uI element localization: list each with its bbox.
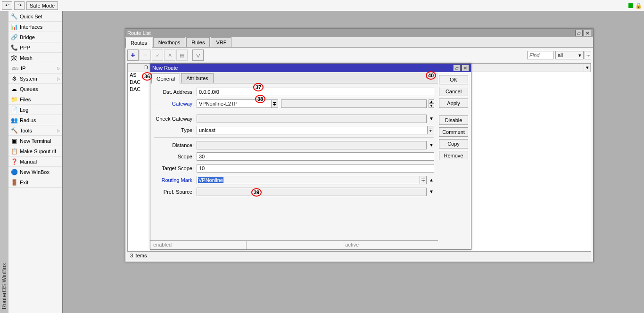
- disable-button[interactable]: ✕: [164, 49, 175, 61]
- terminal-icon: ▣: [10, 137, 18, 145]
- sidebar-item-manual[interactable]: ❓Manual: [8, 156, 62, 167]
- routing-mark-dropdown[interactable]: ∓: [420, 176, 427, 184]
- header-dropdown[interactable]: ▾: [584, 64, 590, 71]
- chevron-right-icon: ▷: [57, 66, 60, 71]
- apply-button[interactable]: Apply: [439, 99, 468, 108]
- sidebar-item-exit[interactable]: 🚪Exit: [8, 177, 62, 188]
- dst-label: Dst. Address:: [154, 89, 197, 95]
- target-scope-input[interactable]: [197, 164, 434, 173]
- sidebar-item-files[interactable]: 📁Files: [8, 94, 62, 105]
- app-title: RouterOS WinBox: [1, 259, 8, 313]
- gateway-status-input[interactable]: [281, 99, 427, 108]
- distance-input[interactable]: [197, 141, 427, 149]
- sidebar-item-supout[interactable]: 📋Make Supout.rif: [8, 146, 62, 156]
- gateway-down-button[interactable]: ▼: [429, 104, 434, 108]
- routing-mark-label: Routing Mark:: [154, 177, 197, 183]
- comment-button[interactable]: ▤: [176, 49, 188, 61]
- tab-nexthops[interactable]: Nexthops: [153, 37, 185, 47]
- system-icon: ⚙: [10, 75, 18, 82]
- sidebar-item-mesh[interactable]: 🕸Mesh: [8, 53, 62, 63]
- remove-button[interactable]: Remove: [439, 151, 468, 160]
- gateway-input[interactable]: [197, 99, 272, 108]
- distance-expand[interactable]: ▼: [429, 142, 434, 148]
- minimize-button[interactable]: ▱: [453, 65, 461, 71]
- queues-icon: ☁: [10, 85, 18, 93]
- status-enabled: enabled: [150, 241, 247, 249]
- add-button[interactable]: +: [127, 49, 139, 61]
- minimize-button[interactable]: ▱: [575, 30, 583, 36]
- gateway-dropdown[interactable]: ∓: [272, 99, 278, 108]
- filter-extra-dropdown[interactable]: ∓: [585, 51, 591, 59]
- copy-button[interactable]: Copy: [439, 139, 468, 148]
- sidebar-item-ppp[interactable]: 📞PPP: [8, 42, 62, 53]
- quickset-icon: 🔧: [10, 13, 18, 20]
- close-button[interactable]: ✕: [584, 30, 591, 36]
- find-input[interactable]: [527, 51, 553, 59]
- comment-button[interactable]: Comment: [439, 127, 468, 137]
- scope-input[interactable]: [197, 152, 434, 161]
- route-list-footer: 3 items: [127, 251, 591, 260]
- pref-source-expand[interactable]: ▼: [429, 189, 434, 195]
- close-button[interactable]: ✕: [462, 65, 469, 71]
- type-label: Type:: [154, 127, 197, 133]
- sidebar-item-log[interactable]: 📄Log: [8, 105, 62, 115]
- col-flags[interactable]: D: [128, 64, 150, 72]
- interfaces-icon: 📊: [10, 23, 18, 31]
- tab-general[interactable]: General: [151, 74, 180, 83]
- enable-button[interactable]: ✓: [152, 49, 163, 61]
- tab-attributes[interactable]: Attributes: [181, 73, 213, 83]
- gateway-up-button[interactable]: ▲: [429, 99, 434, 104]
- chevron-right-icon: ▷: [57, 76, 60, 81]
- filter-dropdown[interactable]: all▾: [555, 51, 584, 59]
- dst-address-input[interactable]: [197, 88, 434, 96]
- safe-mode-button[interactable]: Safe Mode: [26, 1, 58, 10]
- new-route-titlebar[interactable]: New Route ▱ ✕: [150, 64, 471, 72]
- check-gateway-input[interactable]: [197, 115, 427, 123]
- files-icon: 📁: [10, 96, 18, 103]
- bridge-icon: 🔗: [10, 33, 18, 41]
- sidebar-item-ip[interactable]: 255IP▷: [8, 63, 62, 74]
- redo-button[interactable]: ↷: [14, 1, 25, 10]
- pref-source-input[interactable]: [197, 188, 427, 196]
- undo-button[interactable]: ↶: [2, 1, 12, 10]
- supout-icon: 📋: [10, 148, 18, 155]
- ip-icon: 255: [11, 65, 19, 72]
- remove-button[interactable]: −: [140, 49, 151, 61]
- log-icon: 📄: [10, 106, 18, 114]
- filter-button[interactable]: ▽: [192, 49, 204, 61]
- distance-label: Distance:: [154, 142, 197, 148]
- gateway-label: Gateway:: [154, 101, 197, 107]
- routing-mark-collapse[interactable]: ▲: [429, 177, 434, 183]
- sidebar-item-interfaces[interactable]: 📊Interfaces: [8, 22, 62, 32]
- type-input[interactable]: [197, 126, 428, 134]
- routing-mark-input[interactable]: VPNonline: [197, 176, 420, 184]
- tab-routes[interactable]: Routes: [125, 38, 152, 48]
- check-gateway-label: Check Gateway:: [154, 116, 197, 122]
- chevron-right-icon: ▷: [57, 128, 60, 133]
- sidebar-item-terminal[interactable]: ▣New Terminal: [8, 136, 62, 146]
- sidebar-item-bridge[interactable]: 🔗Bridge: [8, 32, 62, 42]
- tab-rules[interactable]: Rules: [186, 37, 210, 47]
- tools-icon: 🔨: [10, 127, 18, 134]
- route-list-titlebar[interactable]: Route List ▱ ✕: [125, 29, 593, 37]
- scope-label: Scope:: [154, 154, 197, 159]
- disable-button[interactable]: Disable: [439, 115, 468, 125]
- sidebar-item-radius[interactable]: 👥Radius: [8, 115, 62, 125]
- check-gateway-expand[interactable]: ▼: [429, 116, 434, 122]
- route-list-tabs: Routes Nexthops Rules VRF: [125, 37, 593, 48]
- manual-icon: ❓: [10, 158, 18, 165]
- sidebar-item-system[interactable]: ⚙System▷: [8, 74, 62, 84]
- sidebar-item-winbox[interactable]: 🔵New WinBox: [8, 167, 62, 177]
- tab-vrf[interactable]: VRF: [211, 37, 231, 47]
- pref-source-label: Pref. Source:: [154, 189, 197, 195]
- mesh-icon: 🕸: [10, 54, 18, 62]
- ok-button[interactable]: OK: [439, 75, 468, 84]
- sidebar-item-tools[interactable]: 🔨Tools▷: [8, 125, 62, 136]
- sidebar-item-quickset[interactable]: 🔧Quick Set: [8, 11, 62, 22]
- type-dropdown[interactable]: ∓: [428, 126, 434, 134]
- sidebar-item-queues[interactable]: ☁Queues: [8, 84, 62, 94]
- chevron-down-icon: ▾: [578, 52, 581, 58]
- main-area: Route List ▱ ✕ Routes Nexthops Rules VRF…: [63, 11, 644, 313]
- cancel-button[interactable]: Cancel: [439, 87, 468, 96]
- status-indicator: [628, 3, 633, 8]
